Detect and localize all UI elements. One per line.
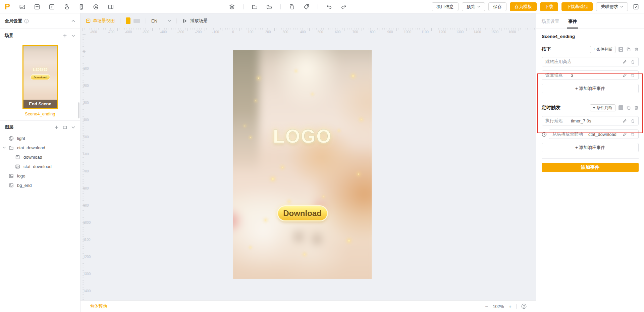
edit-icon[interactable] [623,132,627,137]
layers-header: 图层 [0,121,80,134]
delete-icon[interactable] [631,132,635,137]
edit-icon[interactable] [623,60,627,64]
folder-open-icon[interactable] [266,4,272,10]
single-scene-view-button[interactable]: 单场景视图 [86,18,115,24]
scene-thumbnail[interactable]: LOGO Download End Scene [22,45,58,109]
delete-icon[interactable] [631,73,635,77]
settings-icon[interactable] [619,105,623,110]
layers-icon[interactable] [229,4,235,10]
save-as-template-label: 存为模板 [515,3,532,11]
condition-button[interactable]: + 条件判断 [590,46,615,53]
duplicate-icon[interactable] [626,105,631,110]
layer-row-download[interactable]: download [0,152,80,162]
app-logo[interactable]: P [5,2,10,11]
chevron-up-icon[interactable] [71,19,75,23]
tab-events[interactable]: 事件 [568,18,577,29]
scene-thumbnail-logo: LOGO [23,66,57,72]
layer-row-light[interactable]: light [0,134,80,143]
text-tool-icon[interactable] [49,4,55,10]
layer-label: light [17,136,25,141]
preview-button[interactable]: 预览 [462,2,485,11]
chevron-down-icon[interactable] [71,125,75,129]
scenes-title: 场景 [5,33,13,39]
ruler-label-h: 900 [387,30,393,34]
checklist-icon[interactable] [633,3,639,10]
stage-download-label: Download [283,209,322,218]
add-event-button[interactable]: 添加事件 [542,163,639,172]
chevron-down-icon [168,20,171,22]
ruler-label-h: 1500 [491,30,498,34]
layer-row-bg_end[interactable]: bg_end [0,180,80,190]
play-icon [182,18,187,23]
right-panel-tabs: 场景设置 事件 [536,13,644,29]
stage-download-button[interactable]: Download [278,206,327,220]
scene-name-label[interactable]: Scene4_ending [0,111,80,116]
add-response-event-button[interactable]: + 添加响应事件 [542,84,639,93]
action-row[interactable]: 从头播放全部动 ctat_download [542,129,639,139]
split-layout-icon[interactable] [108,4,114,10]
link-requirement-button[interactable]: 关联需求 [596,2,628,11]
zoom-out-button[interactable]: − [485,304,488,309]
action-row[interactable]: 设置埋点 3 [542,70,639,80]
help-icon[interactable] [521,304,527,309]
chevron-down-icon[interactable] [3,146,6,149]
layer-row-logo[interactable]: logo [0,171,80,180]
save-as-template-button[interactable]: 存为模板 [510,2,537,11]
image-icon [9,183,14,188]
download-button[interactable]: 下载 [540,2,558,11]
ruler-label-h: 1100 [421,30,429,34]
add-layer-icon[interactable] [54,125,59,129]
portrait-toggle[interactable] [126,17,130,24]
delete-icon[interactable] [634,105,639,110]
sparkle-dot [272,178,274,180]
new-folder-icon[interactable] [63,125,67,129]
zoom-in-button[interactable]: + [508,304,512,309]
landscape-toggle[interactable] [133,19,140,23]
delete-icon[interactable] [634,47,639,52]
project-info-button[interactable]: 项目信息 [432,2,459,11]
tab-scene-settings[interactable]: 场景设置 [542,18,559,29]
chevron-down-icon[interactable] [71,34,75,38]
layer-label: logo [17,173,25,178]
language-select[interactable]: EN [151,18,171,23]
sidebar-scrollbar[interactable] [78,102,79,118]
action-row[interactable]: 跳转应用商店 [542,57,639,66]
layer-row-ctat_download[interactable]: ctat_download [0,162,80,171]
delete-icon[interactable] [631,60,635,64]
device-icon[interactable] [78,4,85,10]
toolbar-divider [318,4,318,9]
help-icon[interactable] [24,19,29,23]
mention-icon[interactable] [93,4,99,10]
edit-icon[interactable] [623,73,627,77]
stage-canvas[interactable]: LOGO Download [233,50,372,279]
undo-icon[interactable] [326,4,332,10]
ruler-label-v: 400 [83,118,89,122]
download-base-package-button[interactable]: 下载基础包 [561,2,593,11]
divider [516,304,517,309]
condition-button[interactable]: + 条件判断 [590,104,615,111]
action-row[interactable]: 执行延迟 timer_7 0s [542,116,639,125]
global-settings-label: 全局设置 [5,18,22,24]
ruler-label-v: 900 [83,204,89,207]
add-scene-icon[interactable] [63,34,67,38]
package-estimate-link[interactable]: 包体预估 [90,303,107,309]
media-icon[interactable] [19,4,25,10]
touch-icon[interactable] [63,4,70,10]
edit-icon[interactable] [623,119,627,123]
save-button[interactable]: 保存 [488,2,506,11]
global-settings-header[interactable]: 全局设置 [0,13,80,29]
copy-icon[interactable] [289,4,295,10]
tag-icon[interactable] [303,4,310,10]
duplicate-icon[interactable] [626,47,631,52]
card-icon[interactable] [34,4,40,10]
download-base-package-label: 下载基础包 [566,3,588,11]
ruler-label-h: -600 [125,30,132,34]
add-response-event-button[interactable]: + 添加响应事件 [542,143,639,152]
redo-icon[interactable] [340,4,347,10]
layer-row-ctat_download[interactable]: ctat_download [0,143,80,152]
delete-icon[interactable] [631,119,635,123]
settings-icon[interactable] [619,47,623,52]
sparkle-dot [348,240,350,242]
play-scene-button[interactable]: 播放场景 [182,18,208,24]
folder-icon[interactable] [252,4,258,10]
